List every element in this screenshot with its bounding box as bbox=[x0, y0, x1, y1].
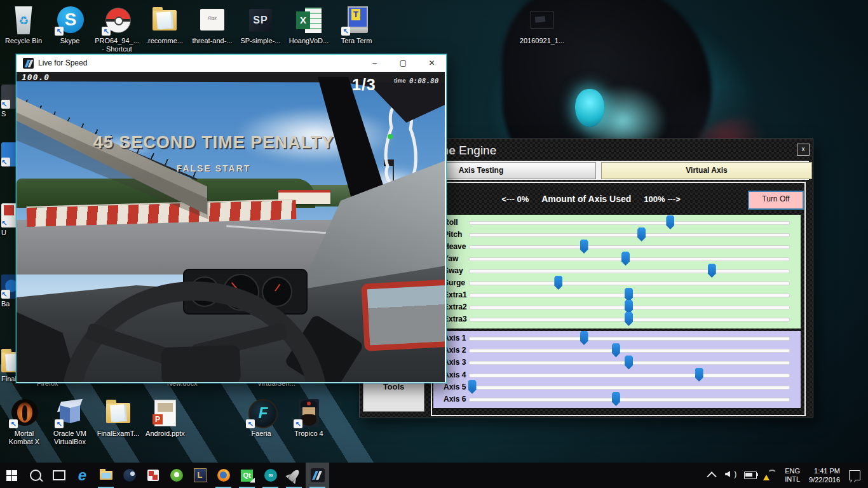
tray-battery[interactable] bbox=[744, 471, 757, 479]
icon-label: Tera Term bbox=[329, 37, 384, 45]
slider-thumb[interactable] bbox=[637, 227, 646, 241]
shortcut-arrow-icon bbox=[246, 419, 255, 428]
virtual-axes-panel: Axis 1Axis 2Axis 3Axis 4Axis 5Axis 6 bbox=[433, 331, 801, 408]
tab-virtual-axis[interactable]: Virtual Axis bbox=[601, 162, 812, 179]
desktop-icon-tropico4[interactable]: Tropico 4 bbox=[281, 398, 336, 438]
shortcut-arrow-icon bbox=[55, 419, 64, 428]
desktop-icon-virtualbox[interactable]: Oracle VM VirtualBox bbox=[43, 398, 97, 446]
penalty-message: 45 SECOND TIME PENALTY bbox=[55, 133, 372, 152]
lfs-app-icon bbox=[23, 58, 34, 69]
lfs-titlebar[interactable]: Live for Speed – ▢ ✕ bbox=[17, 55, 446, 72]
taskbar-rocket-app[interactable] bbox=[282, 463, 306, 488]
close-icon[interactable]: x bbox=[797, 144, 810, 156]
desktop-icon-recomme-folder[interactable]: .recomme... bbox=[137, 5, 192, 45]
desktop-icon-sp-simple[interactable]: SP SP-simple-... bbox=[233, 5, 288, 45]
slider-thumb[interactable] bbox=[580, 331, 588, 345]
tray-language-indicator[interactable]: ENG INTL bbox=[785, 467, 800, 484]
tray-show-hidden-icons[interactable] bbox=[709, 472, 716, 479]
hud-fuel-value: 100.0 bbox=[22, 72, 50, 82]
action-center-button[interactable] bbox=[849, 470, 860, 480]
slider-track[interactable] bbox=[469, 386, 790, 390]
maximize-button[interactable]: ▢ bbox=[389, 55, 417, 72]
slider-thumb[interactable] bbox=[695, 368, 703, 382]
slider-track[interactable] bbox=[469, 269, 790, 273]
slider-thumb[interactable] bbox=[625, 300, 633, 314]
lfs-game-view[interactable]: 100.0 1/3 time 0:08.80 45 SECOND TIME PE… bbox=[17, 72, 445, 382]
slider-track[interactable] bbox=[469, 245, 790, 249]
axis-slider-row: Sway bbox=[433, 264, 801, 277]
axis-slider-row: Extra1 bbox=[433, 288, 801, 301]
slider-thumb[interactable] bbox=[612, 392, 620, 406]
taskbar-arduino[interactable]: ∞ bbox=[259, 463, 282, 488]
powerpoint-file-icon: P bbox=[155, 400, 175, 426]
side-mirror bbox=[361, 279, 445, 351]
qt-creator-icon: Qt bbox=[241, 470, 253, 482]
taskbar-steam[interactable] bbox=[118, 463, 141, 488]
slider-track[interactable] bbox=[469, 349, 790, 353]
desktop-icon-android-pptx[interactable]: P Android.pptx bbox=[138, 398, 193, 438]
slider-thumb[interactable] bbox=[621, 252, 630, 266]
taskbar-unikey[interactable] bbox=[141, 463, 165, 488]
icon-label: Faeria bbox=[234, 430, 288, 438]
taskbar-league-of-legends[interactable]: L bbox=[188, 463, 212, 488]
window-title: Live for Speed bbox=[38, 58, 87, 67]
slider-thumb[interactable] bbox=[666, 215, 674, 229]
desktop-icon-faeria[interactable]: F Faeria bbox=[234, 398, 288, 438]
taskbar-search-button[interactable] bbox=[24, 463, 47, 488]
league-of-legends-icon: L bbox=[194, 468, 207, 482]
virtual-axis-panel: <--- 0%Amount of Axis Used100% ---> Turn… bbox=[431, 182, 806, 416]
wheel-hub bbox=[161, 345, 241, 382]
image-file-icon: Risk bbox=[200, 9, 224, 30]
task-view-button[interactable] bbox=[47, 463, 71, 488]
minimize-button[interactable]: – bbox=[360, 55, 389, 72]
slider-thumb[interactable] bbox=[625, 312, 633, 326]
slider-thumb[interactable] bbox=[708, 264, 716, 278]
axis-slider-row: Surge bbox=[433, 276, 801, 289]
axis-slider-row: Axis 6 bbox=[433, 393, 801, 405]
axis-label: Extra3 bbox=[444, 315, 467, 323]
firefox-icon bbox=[217, 469, 230, 482]
tray-volume[interactable] bbox=[725, 471, 735, 480]
slider-thumb[interactable] bbox=[580, 240, 588, 254]
slider-track[interactable] bbox=[469, 398, 790, 402]
close-button[interactable]: ✕ bbox=[417, 55, 446, 72]
live-for-speed-window: Live for Speed – ▢ ✕ 100.0 1/3 time 0:08… bbox=[16, 54, 447, 383]
slider-track[interactable] bbox=[469, 221, 790, 225]
slider-thumb[interactable] bbox=[625, 288, 633, 302]
axis-label: Surge bbox=[444, 278, 465, 287]
folder-icon bbox=[106, 403, 130, 423]
slider-track[interactable] bbox=[469, 337, 790, 341]
desktop-icon-pro64[interactable]: PRO64_94_... - Shortcut bbox=[90, 5, 144, 53]
shortcut-arrow-icon bbox=[341, 27, 350, 36]
icon-label: Oracle VM bbox=[43, 430, 97, 438]
taskbar-qt-creator[interactable]: Qt bbox=[235, 463, 259, 488]
tray-clock[interactable]: 1:41 PM 9/22/2016 bbox=[809, 466, 840, 484]
slider-thumb[interactable] bbox=[468, 380, 477, 394]
slider-track[interactable] bbox=[469, 233, 790, 237]
slider-thumb[interactable] bbox=[554, 276, 562, 290]
taskbar-edge[interactable]: e bbox=[71, 463, 94, 488]
battery-icon bbox=[744, 471, 757, 479]
desktop-icon-photo-20160921[interactable]: 20160921_1... bbox=[515, 5, 569, 45]
desktop-icon-tera-term[interactable]: T Tera Term bbox=[329, 5, 384, 45]
taskbar-coccoc[interactable] bbox=[165, 463, 188, 488]
motion-axes-panel: RollPitchHeaveYawSwaySurgeExtra1Extra2Ex… bbox=[433, 215, 801, 329]
slider-thumb[interactable] bbox=[625, 355, 633, 369]
slider-track[interactable] bbox=[469, 281, 790, 285]
desktop-icon-threat-image[interactable]: Risk threat-and-... bbox=[185, 5, 240, 45]
slider-track[interactable] bbox=[469, 374, 790, 377]
taskbar-firefox[interactable] bbox=[212, 463, 235, 488]
turn-off-button[interactable]: Turn Off bbox=[748, 191, 804, 210]
axis-slider-row: Axis 4 bbox=[433, 369, 801, 381]
taskbar-live-for-speed[interactable] bbox=[306, 463, 329, 488]
axis-slider-row: Pitch bbox=[433, 228, 801, 241]
tray-network[interactable] bbox=[766, 471, 776, 480]
axis-slider-row: Axis 3 bbox=[433, 356, 801, 369]
slider-thumb[interactable] bbox=[612, 343, 620, 357]
start-button[interactable] bbox=[0, 463, 24, 488]
icon-label: 20160921_1... bbox=[515, 37, 569, 45]
taskbar-file-explorer[interactable] bbox=[94, 463, 118, 488]
chevron-up-icon bbox=[707, 471, 717, 482]
desktop-icon-hoangvod-excel[interactable]: X HoangVoD... bbox=[281, 5, 336, 45]
axis-label: Axis 2 bbox=[444, 346, 466, 355]
